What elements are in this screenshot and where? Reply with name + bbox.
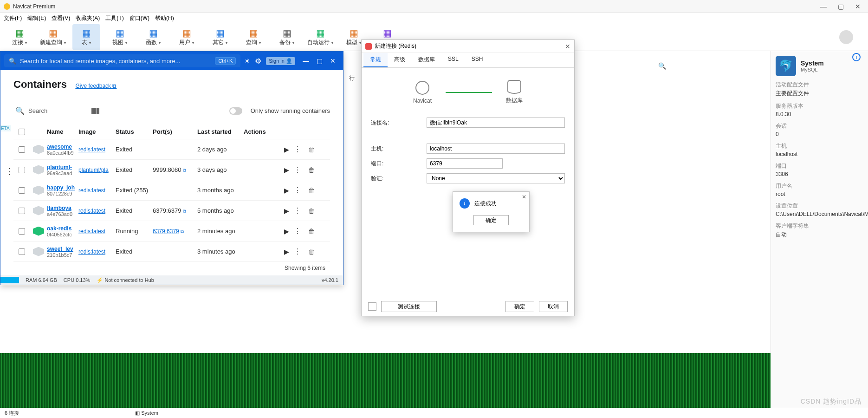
table-row[interactable]: awesome8a0cad4fb9redis:latestExited2 day… [13,139,330,160]
dialog-close-button[interactable]: ✕ [565,43,570,50]
row-checkbox[interactable] [19,208,25,214]
toolbar-新建查询[interactable]: ▦新建查询 ▾ [39,24,67,50]
row-checkbox[interactable] [19,167,25,173]
docker-maximize-button[interactable]: ▢ [313,57,326,65]
pin-icon[interactable] [368,302,376,311]
gear-icon[interactable]: ⚙ [255,57,261,65]
info-label: 主机 [776,142,863,150]
image-link[interactable]: redis:latest [78,187,116,194]
docker-minimize-button[interactable]: — [299,57,313,65]
menu-item[interactable]: 文件(F) [4,14,22,22]
auth-select[interactable]: None [427,173,565,183]
container-name-link[interactable]: flamboya [47,205,78,211]
play-button[interactable]: ▶ [281,207,292,215]
delete-button[interactable]: 🗑 [303,187,320,194]
delete-button[interactable]: 🗑 [303,207,320,215]
toolbar-其它[interactable]: ▦其它 ▾ [206,24,234,50]
table-row[interactable]: sweet_lev210b1b5c7redis:latestExited3 mi… [13,242,330,262]
host-input[interactable] [427,144,565,154]
success-ok-button[interactable]: 确定 [473,215,509,225]
container-name-link[interactable]: awesome [47,144,78,150]
delete-button[interactable]: 🗑 [303,146,320,153]
cancel-button[interactable]: 取消 [539,301,568,312]
image-link[interactable]: redis:latest [78,248,116,255]
feedback-link[interactable]: Give feedback ⧉ [75,83,117,89]
menu-item[interactable]: 窗口(W) [130,14,149,22]
delete-button[interactable]: 🗑 [303,166,320,174]
toolbar-函数[interactable]: ▦函数 ▾ [139,24,167,50]
port-input[interactable] [427,158,503,169]
success-close-button[interactable]: ✕ [522,194,526,200]
docker-close-button[interactable]: ✕ [326,57,339,65]
toolbar-用户[interactable]: ▦用户 ▾ [173,24,201,50]
toolbar-备份[interactable]: ▦备份 ▾ [273,24,301,50]
row-checkbox[interactable] [19,187,25,194]
close-button[interactable]: ✕ [855,3,861,10]
toolbar-自动运行[interactable]: ▦自动运行 ▾ [306,24,334,50]
tab-常规[interactable]: 常规 [363,53,388,67]
user-avatar-icon[interactable] [839,30,853,44]
external-link-icon[interactable]: ⧉ [183,209,186,214]
play-button[interactable]: ▶ [281,248,292,255]
menu-item[interactable]: 收藏夹(A) [76,14,100,22]
running-toggle[interactable] [229,107,242,115]
row-checkbox[interactable] [19,146,25,153]
row-more-button[interactable]: ⋮ [292,206,303,215]
table-row[interactable]: happy_joh8071228c9redis:latestExited (25… [13,180,330,201]
port-link[interactable]: 6379:6379 [153,228,179,235]
row-more-button[interactable]: ⋮ [292,227,303,235]
database-node-icon [507,80,521,94]
minimize-button[interactable]: — [820,3,827,10]
object-search-icon[interactable]: 🔍 [658,62,666,70]
test-connection-button[interactable]: 测试连接 [381,301,437,312]
delete-button[interactable]: 🗑 [303,228,320,235]
toolbar-视图[interactable]: ▦视图 ▾ [106,24,134,50]
menu-item[interactable]: 查看(V) [52,14,70,22]
docker-global-search[interactable]: 🔍 Search for local and remote images, co… [4,54,240,67]
play-button[interactable]: ▶ [281,187,292,194]
menu-item[interactable]: 工具(T) [105,14,123,22]
menu-item[interactable]: 帮助(H) [155,14,174,22]
play-button[interactable]: ▶ [281,166,292,174]
tab-数据库[interactable]: 数据库 [412,53,441,67]
container-name-link[interactable]: plantuml- [47,164,78,170]
table-row[interactable]: oak-redis0f40562cfcredis:latestRunning63… [13,221,330,242]
info-circle-icon[interactable]: i [852,53,861,61]
bug-icon[interactable]: ✴ [244,57,250,65]
row-checkbox[interactable] [19,228,25,235]
row-more-button[interactable]: ⋮ [292,165,303,174]
row-more-button[interactable]: ⋮ [292,145,303,154]
select-all-checkbox[interactable] [19,129,25,135]
row-checkbox[interactable] [19,248,25,255]
conn-name-input[interactable] [427,118,565,128]
delete-button[interactable]: 🗑 [303,248,320,255]
maximize-button[interactable]: ▢ [838,3,844,10]
row-more-button[interactable]: ⋮ [292,247,303,256]
toolbar-表[interactable]: ▦表 ▾ [72,24,100,50]
side-more-icon[interactable]: ⋮ [6,166,14,176]
tab-SSL[interactable]: SSL [441,53,465,67]
play-button[interactable]: ▶ [281,146,292,153]
image-link[interactable]: redis:latest [78,146,116,153]
tab-SSH[interactable]: SSH [465,53,490,67]
table-row[interactable]: flamboyaa4e763ad0redis:latestExited6379:… [13,201,330,221]
table-row[interactable]: plantuml-96a9c3aadplantuml/plaExited9999… [13,160,330,180]
image-link[interactable]: redis:latest [78,208,116,214]
tab-高级[interactable]: 高级 [388,53,412,67]
toolbar-连接[interactable]: ▦连接 ▾ [6,24,33,50]
play-button[interactable]: ▶ [281,228,292,235]
container-name-link[interactable]: happy_joh [47,184,78,191]
image-link[interactable]: redis:latest [78,228,116,235]
row-more-button[interactable]: ⋮ [292,186,303,195]
container-name-link[interactable]: oak-redis [47,225,78,232]
container-name-link[interactable]: sweet_lev [47,246,78,252]
columns-icon[interactable] [91,108,100,114]
ok-button[interactable]: 确定 [505,301,534,312]
image-link[interactable]: plantuml/pla [78,167,116,173]
external-link-icon[interactable]: ⧉ [183,168,186,173]
container-search[interactable]: 🔍 Search [13,104,83,117]
signin-button[interactable]: Sign in 👤 [266,57,295,65]
toolbar-查询[interactable]: ▦查询 ▾ [240,24,267,50]
external-link-icon[interactable]: ⧉ [181,229,184,234]
menu-item[interactable]: 编辑(E) [27,14,46,22]
